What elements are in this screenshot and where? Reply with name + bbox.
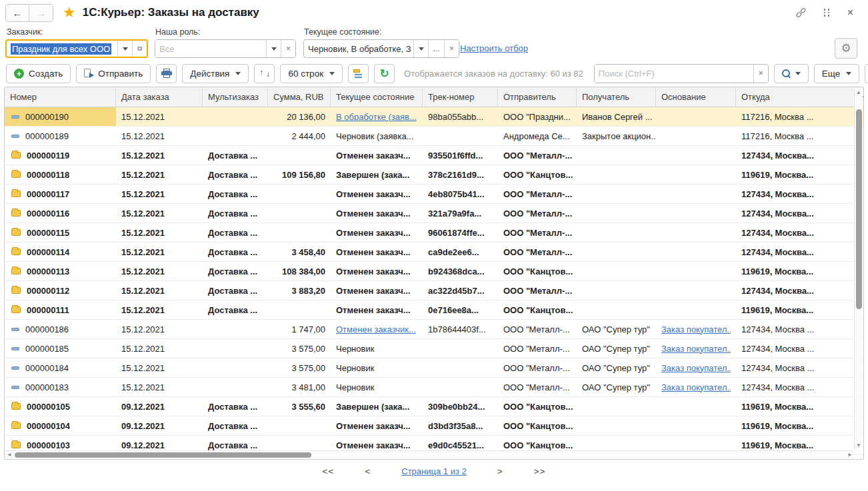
state-dropdown-icon[interactable] xyxy=(413,40,428,57)
favorite-star-icon[interactable]: ★ xyxy=(63,5,76,20)
print-button[interactable] xyxy=(156,64,177,83)
column-header-recipient[interactable]: Получатель xyxy=(577,87,656,107)
scroll-left-icon[interactable]: ◄ xyxy=(5,451,13,458)
table-row[interactable]: 00000011715.12.2021Доставка ...Отменен з… xyxy=(5,185,863,204)
table-row[interactable]: 00000018615.12.20211 747,00Отменен заказ… xyxy=(5,320,863,339)
copy-link-icon[interactable] xyxy=(795,11,807,15)
column-header-multi[interactable]: Мультизаказ xyxy=(203,87,268,107)
send-button[interactable]: Отправить xyxy=(76,64,151,83)
cell-from: 127434, Москва... xyxy=(736,185,855,203)
state-link[interactable]: В обработке (заяв... xyxy=(336,112,417,122)
role-clear-icon[interactable]: × xyxy=(281,40,295,57)
basis-link[interactable]: Заказ покупател... xyxy=(661,344,731,354)
column-header-state[interactable]: Текущее состояние xyxy=(331,87,423,107)
scroll-up-icon[interactable]: ▲ xyxy=(855,88,863,97)
more-button[interactable]: Еще xyxy=(814,64,859,83)
cell-number: 000000105 xyxy=(5,397,116,416)
cell-sum: 20 136,00 xyxy=(268,107,331,126)
horizontal-scrollbar-thumb[interactable] xyxy=(15,452,311,458)
table-row[interactable]: 00000019015.12.202120 136,00В обработке … xyxy=(5,107,863,127)
scroll-right-icon[interactable]: ► xyxy=(846,451,854,458)
cell-state: В обработке (заяв... xyxy=(331,107,423,126)
column-header-sum[interactable]: Сумма, RUB xyxy=(268,87,331,107)
settings-gear-button[interactable]: ⚙ xyxy=(835,38,857,59)
dash-icon xyxy=(11,115,19,119)
cell-sum: 3 883,20 xyxy=(268,281,331,300)
table-row[interactable]: 00000018515.12.20213 575,00ЧерновикООО "… xyxy=(5,339,863,358)
customer-input[interactable]: Праздник для всех ООО xyxy=(7,41,117,57)
table-row[interactable]: 00000010409.12.2021Доставка ...Отменен з… xyxy=(5,416,863,436)
column-header-basis[interactable]: Основание xyxy=(656,87,736,107)
vertical-scrollbar-thumb[interactable] xyxy=(856,109,862,309)
actions-button[interactable]: Действия xyxy=(182,64,249,83)
column-header-date[interactable]: Дата заказа xyxy=(116,87,203,107)
state-clear-icon[interactable]: × xyxy=(444,40,459,57)
cell-basis xyxy=(656,223,736,242)
page-indicator-link[interactable]: Страница 1 из 2 xyxy=(401,466,466,476)
table-row[interactable]: 00000011515.12.2021Доставка ...Отменен з… xyxy=(5,223,863,243)
cell-basis: Заказ покупател... xyxy=(656,339,736,358)
cell-sender: ООО "Канцтов... xyxy=(498,397,577,416)
help-button[interactable]: ? xyxy=(865,64,868,83)
scroll-down-icon[interactable]: ▼ xyxy=(855,441,863,450)
back-button[interactable]: ← xyxy=(6,5,29,21)
cell-date: 09.12.2021 xyxy=(116,416,203,435)
cell-recipient: ОАО "Супер тур" xyxy=(577,320,656,338)
customer-open-icon[interactable]: ⧉ xyxy=(132,41,147,57)
basis-link[interactable]: Заказ покупател... xyxy=(661,382,731,392)
customer-dropdown-icon[interactable] xyxy=(117,41,132,57)
next-page-button[interactable]: > xyxy=(497,466,503,476)
vertical-scrollbar[interactable]: ▲ ▼ xyxy=(854,88,863,450)
cell-basis xyxy=(656,146,736,165)
cell-track: ca9de2ee6... xyxy=(423,243,498,261)
table-row[interactable]: 00000018915.12.20212 444,00Черновик (зая… xyxy=(5,127,863,146)
table-row[interactable]: 00000010509.12.2021Доставка ...3 555,60З… xyxy=(5,397,863,416)
table-row[interactable]: 00000018315.12.20213 481,00ЧерновикООО "… xyxy=(5,378,863,397)
prev-page-button[interactable]: < xyxy=(365,466,371,476)
cell-recipient: ОАО "Супер тур" xyxy=(577,339,656,358)
search-clear-icon[interactable]: × xyxy=(753,65,768,83)
first-page-button[interactable]: << xyxy=(323,466,335,476)
horizontal-scrollbar[interactable]: ◄ ► xyxy=(5,450,854,458)
cell-from: 119619, Москва... xyxy=(736,397,855,416)
cell-number: 000000116 xyxy=(5,204,116,223)
state-input[interactable]: Черновик, В обработке, З xyxy=(304,40,413,57)
cell-sender: ООО "Канцтов... xyxy=(498,416,577,435)
role-dropdown-icon[interactable] xyxy=(266,40,281,57)
table-row[interactable]: 00000011215.12.2021Доставка ...3 883,20О… xyxy=(5,281,863,300)
table-row[interactable]: 00000011915.12.2021Доставка ...Отменен з… xyxy=(5,146,863,165)
cell-sum: 3 575,00 xyxy=(268,358,331,377)
forward-button[interactable]: → xyxy=(29,5,53,21)
rows-count-button[interactable]: 60 строк xyxy=(280,64,343,83)
cell-date: 15.12.2021 xyxy=(116,223,203,242)
state-link[interactable]: Отменен заказчик... xyxy=(336,324,416,334)
cell-multi: Доставка ... xyxy=(203,243,268,261)
create-button[interactable]: +Создать xyxy=(6,64,71,83)
cell-state: Черновик xyxy=(331,358,423,377)
last-page-button[interactable]: >> xyxy=(534,466,546,476)
configure-filter-link[interactable]: Настроить отбор xyxy=(460,43,528,53)
column-header-from[interactable]: Откуда xyxy=(736,87,855,107)
refresh-button[interactable]: ↻ xyxy=(374,64,395,83)
search-button[interactable] xyxy=(774,64,809,83)
table-row[interactable]: 00000011415.12.2021Доставка ...3 458,40О… xyxy=(5,243,863,262)
table-row[interactable]: 00000011315.12.2021Доставка ...108 384,0… xyxy=(5,262,863,281)
table-row[interactable]: 00000011615.12.2021Доставка ...Отменен з… xyxy=(5,204,863,223)
reorder-button[interactable] xyxy=(254,64,275,83)
table-row[interactable]: 00000018415.12.20213 575,00ЧерновикООО "… xyxy=(5,358,863,378)
table-row[interactable]: 00000011815.12.2021Доставка ...109 156,8… xyxy=(5,165,863,185)
column-header-number[interactable]: Номер xyxy=(5,87,116,107)
column-header-sender[interactable]: Отправитель xyxy=(498,87,577,107)
more-menu-icon[interactable] xyxy=(824,9,830,17)
column-header-track[interactable]: Трек-номер xyxy=(423,87,498,107)
cell-basis xyxy=(656,127,736,145)
state-choose-button[interactable]: ... xyxy=(428,40,444,57)
basis-link[interactable]: Заказ покупател... xyxy=(661,363,731,373)
close-icon[interactable]: × xyxy=(847,7,853,19)
basis-link[interactable]: Заказ покупател... xyxy=(661,324,731,334)
cell-number: 000000104 xyxy=(5,416,116,435)
role-input[interactable] xyxy=(155,40,266,57)
search-input[interactable] xyxy=(595,65,753,83)
list-settings-button[interactable] xyxy=(348,64,369,83)
table-row[interactable]: 00000011115.12.2021Доставка ...Отменен з… xyxy=(5,300,863,320)
